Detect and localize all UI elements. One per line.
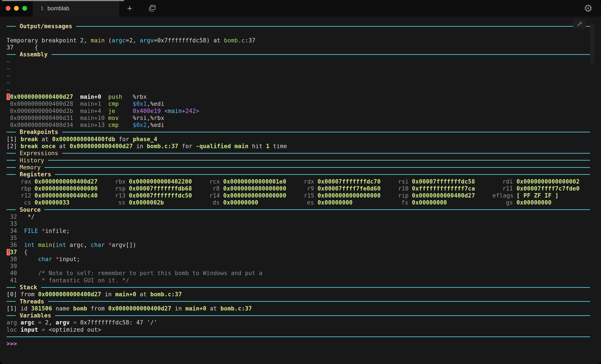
register-name: rdi <box>492 178 513 185</box>
maximize-button[interactable] <box>22 6 27 11</box>
new-tab-button[interactable]: + <box>119 0 140 17</box>
divider-line <box>45 167 590 168</box>
tab-title: bomblab <box>47 5 69 12</box>
register-name: rdx <box>304 178 314 185</box>
register-row: rax 0x0000000000400d27rbx 0x000000000040… <box>7 178 590 185</box>
register-name: es <box>304 199 314 206</box>
divider-dash <box>7 167 16 168</box>
register-r14: r14 0x0000000000000000 <box>210 192 304 199</box>
divider-line <box>41 287 590 288</box>
register-r9: r9 0x00007ffff7fe0d60 <box>304 185 398 192</box>
text-segment: input <box>20 326 38 333</box>
register-value: 0x00007fffffffdc58 <box>412 178 475 185</box>
source-line: 41 * fantastic GUI on it. */ <box>7 277 590 284</box>
section-title: Output/messages <box>16 23 76 30</box>
divider-line <box>48 301 590 302</box>
text-segment: loc <box>7 326 20 333</box>
tab-bomblab[interactable]: 1 bomblab <box>33 0 119 17</box>
divider-dash <box>7 26 16 27</box>
section-title: Expressions <box>16 150 62 157</box>
register-value: [ PF ZF IF ] <box>517 192 559 199</box>
register-rsi: rsi 0x00007fffffffdc58 <box>398 178 492 185</box>
scrollbar-thumb[interactable] <box>590 23 594 63</box>
register-name: gs <box>492 199 513 206</box>
register-value: 0x0000000000000000 <box>318 192 381 199</box>
register-name: r13 <box>115 192 125 199</box>
section-header-memory: Memory <box>7 164 590 171</box>
section-title: History <box>16 157 48 164</box>
text-segment: 41 <box>7 277 24 283</box>
text-segment: argc <box>112 37 126 44</box>
text-segment: $0x1 <box>133 101 147 107</box>
assembly-line: 0x0000000000400d31 main+10 mov %rsi,%rbx <box>7 114 590 121</box>
text-segment: at <box>56 143 70 150</box>
section-header-assembly: Assembly <box>7 51 590 58</box>
text-segment <box>7 101 10 107</box>
register-row: rbp 0x0000000000000000rsp 0x00007fffffff… <box>7 185 590 192</box>
text-segment: infile; <box>45 228 70 234</box>
register-value: 0x0000000000000002 <box>517 178 580 185</box>
prompt-divider <box>7 333 590 340</box>
section-header-registers: Registers <box>7 171 590 178</box>
tools-button[interactable] <box>573 19 586 28</box>
minimize-button[interactable] <box>14 6 19 11</box>
text-segment <box>101 93 108 100</box>
text-segment <box>105 242 108 248</box>
register-rcx: rcx 0x00000000000001e0 <box>210 178 304 185</box>
text-segment: ! <box>7 93 10 100</box>
text-segment: main+0 <box>80 93 101 100</box>
text-segment: +242> <box>182 108 199 114</box>
text-segment: ! <box>7 249 10 255</box>
divider-line <box>51 54 590 55</box>
source-line: 32 */ <box>7 213 590 220</box>
settings-button[interactable]: ⚙ <box>584 0 601 17</box>
register-name: cs <box>21 199 31 206</box>
register-name: r15 <box>304 192 314 199</box>
text-segment: =0x7fffffffdc58) at <box>154 37 224 44</box>
text-segment: [0] from <box>7 291 38 298</box>
tab-index: 1 <box>41 5 43 11</box>
text-segment: 38 <box>7 256 24 263</box>
register-value: 0x00000033 <box>34 199 70 206</box>
register-value: 0x00000000 <box>517 199 552 206</box>
register-value: 0xfffffffffffff7ca <box>412 185 475 192</box>
register-name: ss <box>115 199 125 206</box>
command-prompt[interactable]: >>> <box>7 340 590 347</box>
text-segment: cmp <box>108 101 119 107</box>
register-value: 0x00007ffff7c7fde0 <box>517 185 580 192</box>
text-segment: < <box>164 108 168 114</box>
title-bar: 1 bomblab + ⚙ <box>0 0 601 17</box>
text-segment: main+4 <box>73 108 108 114</box>
register-value: 0x0000000000000000 <box>223 192 286 199</box>
assembly-filler: ~ <box>7 86 590 93</box>
divider-dash <box>7 54 16 55</box>
register-name: rbx <box>115 178 125 185</box>
close-button[interactable] <box>6 6 10 11</box>
gear-icon: ⚙ <box>584 3 593 13</box>
register-name: r11 <box>492 185 513 192</box>
text-segment: * <box>42 228 45 234</box>
section-header-breakpoints: Breakpoints <box>7 129 590 135</box>
text-segment: arg <box>7 319 20 326</box>
section-header-stack: Stack <box>7 284 590 291</box>
register-name: rsp <box>115 185 125 192</box>
text-segment: %rbx <box>133 93 147 100</box>
text-segment <box>119 115 133 121</box>
layout-panes-button[interactable] <box>140 0 164 17</box>
divider-dash <box>7 132 16 132</box>
traffic-lights <box>0 0 33 17</box>
text-segment: ~ <box>7 87 10 93</box>
output-line: 37 { <box>7 44 590 51</box>
register-value: 0x0000000000402200 <box>129 178 192 185</box>
divider-line <box>76 26 590 27</box>
register-name: r9 <box>304 185 314 192</box>
text-segment <box>73 93 80 100</box>
divider-line <box>48 160 590 161</box>
register-rdx: rdx 0x00007fffffffdc70 <box>304 178 398 185</box>
text-segment: bomb.c <box>224 37 245 44</box>
text-segment: main <box>91 37 105 44</box>
divider-line <box>55 315 590 316</box>
register-value: 0x0000000000400c40 <box>34 192 98 199</box>
register-cs: cs 0x00000033 <box>21 199 115 206</box>
register-value: 0x00007ffff7fe0d60 <box>318 185 381 192</box>
